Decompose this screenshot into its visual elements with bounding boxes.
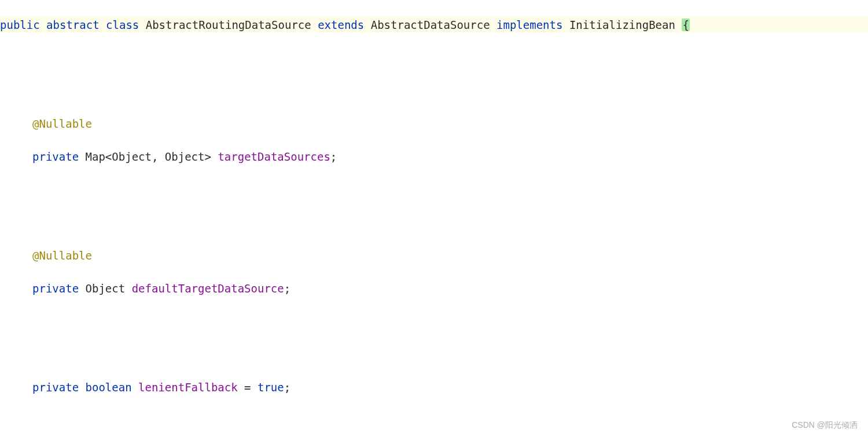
annotation-line: @Nullable bbox=[0, 247, 868, 264]
blank-line bbox=[0, 412, 868, 429]
keyword-public: public bbox=[0, 18, 40, 31]
field-line: private Map<Object, Object> targetDataSo… bbox=[0, 149, 868, 165]
generic-arg: Object bbox=[112, 150, 152, 163]
generic-sep: , bbox=[152, 150, 165, 163]
semicolon: ; bbox=[284, 381, 290, 394]
semicolon: ; bbox=[284, 282, 290, 295]
blank-line bbox=[0, 50, 868, 66]
field-name: defaultTargetDataSource bbox=[132, 282, 284, 295]
annotation-nullable: @Nullable bbox=[32, 117, 92, 130]
class-name: AbstractRoutingDataSource bbox=[146, 18, 311, 31]
type-map: Map bbox=[86, 150, 105, 163]
type-object: Object bbox=[86, 282, 126, 295]
keyword-boolean: boolean bbox=[86, 381, 132, 394]
class-declaration-line: public abstract class AbstractRoutingDat… bbox=[0, 17, 868, 34]
watermark-text: CSDN @阳光倾洒 bbox=[792, 419, 858, 431]
blank-line bbox=[0, 346, 868, 363]
semicolon: ; bbox=[330, 150, 337, 163]
field-name: lenientFallback bbox=[138, 381, 238, 394]
field-name: targetDataSources bbox=[218, 150, 330, 163]
blank-line bbox=[0, 83, 868, 99]
generic-arg: Object bbox=[165, 150, 205, 163]
keyword-true: true bbox=[258, 381, 284, 394]
annotation-nullable: @Nullable bbox=[32, 249, 92, 262]
blank-line bbox=[0, 313, 868, 330]
generic-open: < bbox=[105, 150, 112, 163]
keyword-abstract: abstract bbox=[46, 18, 100, 31]
code-editor[interactable]: public abstract class AbstractRoutingDat… bbox=[0, 0, 868, 437]
keyword-implements: implements bbox=[496, 18, 562, 31]
keyword-private: private bbox=[32, 381, 79, 394]
generic-close: > bbox=[204, 150, 211, 163]
keyword-class: class bbox=[106, 18, 139, 31]
field-line: private Object defaultTargetDataSource; bbox=[0, 280, 868, 297]
blank-line bbox=[0, 182, 868, 198]
field-line: private boolean lenientFallback = true; bbox=[0, 379, 868, 396]
equals: = bbox=[238, 381, 258, 394]
keyword-private: private bbox=[32, 150, 79, 163]
open-brace: { bbox=[682, 18, 689, 31]
keyword-extends: extends bbox=[318, 18, 364, 31]
interface-name: InitializingBean bbox=[569, 18, 675, 31]
keyword-private: private bbox=[32, 282, 79, 295]
annotation-line: @Nullable bbox=[0, 116, 868, 132]
super-class: AbstractDataSource bbox=[371, 18, 490, 31]
blank-line bbox=[0, 214, 868, 231]
